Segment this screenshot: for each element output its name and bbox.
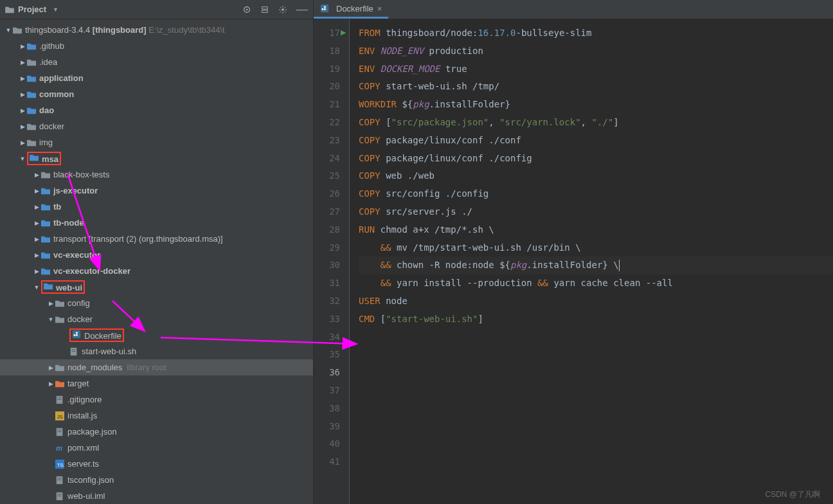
tree-item-tb[interactable]: ▶ tb <box>0 199 313 215</box>
expand-icon[interactable]: ▶ <box>18 107 27 114</box>
tree-item--idea[interactable]: ▶ .idea <box>0 54 313 70</box>
code-line-29: COPY package/linux/conf ./config <box>359 150 833 168</box>
code-line-32: COPY src/server.js ./ <box>359 203 833 221</box>
svg-rect-4 <box>74 334 76 336</box>
svg-rect-23 <box>58 480 62 480</box>
tree-item-vc-executor-docker[interactable]: ▶ vc-executor-docker <box>0 263 313 279</box>
tree-item-web-ui-iml[interactable]: web-ui.iml <box>0 488 313 504</box>
run-gutter-icon[interactable]: ▶ <box>341 28 346 37</box>
code-area[interactable]: FROM thingsboard/node:16.17.0-bullseye-s… <box>350 19 833 504</box>
line-number: 19 <box>314 60 340 78</box>
expand-icon[interactable]: ▼ <box>32 284 41 291</box>
svg-rect-5 <box>76 334 78 336</box>
expand-icon[interactable]: ▶ <box>18 123 27 130</box>
line-number: 21 <box>314 96 340 114</box>
svg-rect-28 <box>322 8 324 10</box>
expand-icon[interactable]: ▼ <box>18 156 27 162</box>
expand-icon[interactable]: ▶ <box>32 252 41 258</box>
expand-icon[interactable]: ▶ <box>32 204 41 210</box>
tree-item-start-web-ui-sh[interactable]: start-web-ui.sh <box>0 343 313 359</box>
tree-item-web-ui[interactable]: ▼ web-ui <box>0 279 313 295</box>
code-line-22: COPY start-web-ui.sh /tmp/ <box>359 78 833 96</box>
line-number: 39 <box>314 418 340 436</box>
hide-icon[interactable]: — <box>296 3 308 16</box>
tree-item-pom-xml[interactable]: mpom.xml <box>0 440 313 456</box>
tree-item-transport[interactable]: ▶ transport [transport (2) (org.thingsbo… <box>0 231 313 247</box>
expand-icon[interactable]: ▶ <box>32 268 41 274</box>
tree-item-js-executor[interactable]: ▶ js-executor <box>0 183 313 199</box>
line-number: 27 <box>314 203 340 221</box>
svg-text:JS: JS <box>57 413 63 419</box>
code-line-19: ENV NODE_ENV production <box>359 42 833 60</box>
tree-item-docker[interactable]: ▶ docker <box>0 118 313 134</box>
project-label[interactable]: Project ▼ <box>5 4 58 14</box>
line-number: 34 <box>314 328 340 346</box>
tree-item-common[interactable]: ▶ common <box>0 86 313 102</box>
tree-item--github[interactable]: ▶ .github <box>0 38 313 54</box>
gear-icon[interactable] <box>278 5 287 14</box>
expand-icon[interactable]: ▶ <box>32 172 41 178</box>
svg-rect-6 <box>76 332 78 334</box>
tree-item-tb-node[interactable]: ▶ tb-node <box>0 215 313 231</box>
line-number: 29 <box>314 239 340 257</box>
expand-icon[interactable]: ▶ <box>18 43 27 50</box>
expand-icon[interactable]: ▶ <box>18 91 27 98</box>
project-header: Project ▼ — <box>0 0 313 19</box>
tree-item-node-modules[interactable]: ▶ node_modules library root <box>0 359 313 375</box>
locate-icon[interactable] <box>242 5 251 14</box>
expand-icon[interactable]: ▶ <box>18 75 27 82</box>
expand-icon[interactable]: ▶ <box>18 59 27 66</box>
expand-icon[interactable]: ▶ <box>32 188 41 194</box>
expand-icon[interactable]: ▶ <box>32 220 41 226</box>
tree-item-dockerfile[interactable]: Dockerfile <box>0 327 313 343</box>
expand-icon[interactable]: ▶ <box>18 140 27 146</box>
tree-item-img[interactable]: ▶ img <box>0 134 313 150</box>
docker-icon <box>320 4 329 13</box>
close-icon[interactable]: × <box>377 4 382 14</box>
svg-rect-26 <box>58 496 62 496</box>
code-line-24: WORKDIR ${pkg.installFolder} <box>359 96 833 114</box>
code-line-28: COPY package/linux/conf ./conf <box>359 132 833 150</box>
collapse-icon[interactable] <box>260 5 269 14</box>
tree-item-msa[interactable]: ▼ msa <box>0 150 313 166</box>
line-number: 22 <box>314 114 340 132</box>
line-number: 26 <box>314 185 340 203</box>
line-number: 33 <box>314 310 340 328</box>
svg-rect-8 <box>72 349 76 350</box>
tree-item-black-box-tests[interactable]: ▶ black-box-tests <box>0 166 313 183</box>
line-number: 41 <box>314 453 340 471</box>
tree-item--gitignore[interactable]: .gitignore <box>0 392 313 408</box>
code-line-37: && yarn install --production && yarn cac… <box>359 274 833 292</box>
editor-body[interactable]: 1718192021222324252627282930313233343536… <box>314 19 833 504</box>
gutter: 1718192021222324252627282930313233343536… <box>314 19 350 504</box>
tree-item-package-json[interactable]: package.json <box>0 424 313 440</box>
svg-rect-12 <box>58 399 62 400</box>
tab-dockerfile[interactable]: Dockerfile × <box>314 0 388 19</box>
tree-item-target[interactable]: ▶ target <box>0 375 313 392</box>
expand-icon[interactable]: ▶ <box>46 381 55 387</box>
tree-item-application[interactable]: ▶ application <box>0 70 313 86</box>
line-number: 35 <box>314 346 340 364</box>
tree-item-docker[interactable]: ▼ docker <box>0 311 313 327</box>
tree-item-config[interactable]: ▶ config <box>0 295 313 311</box>
tree-item-server-ts[interactable]: TSserver.ts <box>0 456 313 472</box>
expand-icon[interactable]: ▶ <box>46 364 55 371</box>
chevron-down-icon: ▼ <box>53 6 58 13</box>
svg-text:m: m <box>56 444 62 452</box>
code-line-20: ENV DOCKER_MODE true <box>359 60 833 78</box>
expand-icon[interactable]: ▶ <box>32 236 41 242</box>
svg-text:TS: TS <box>57 462 64 467</box>
editor-tabs: Dockerfile × <box>314 0 833 19</box>
tree-item-dao[interactable]: ▶ dao <box>0 102 313 118</box>
expand-icon[interactable]: ▼ <box>46 316 55 323</box>
svg-rect-30 <box>324 6 326 8</box>
expand-icon[interactable]: ▶ <box>46 300 55 307</box>
svg-rect-22 <box>58 478 62 478</box>
project-tree[interactable]: ▼ thingsboard-3.4.4 [thingsboard] E:\z_s… <box>0 19 313 504</box>
tree-item-install-js[interactable]: JSinstall.js <box>0 408 313 424</box>
tree-item-vc-executor[interactable]: ▶ vc-executor <box>0 247 313 263</box>
tree-item-tsconfig-json[interactable]: tsconfig.json <box>0 472 313 488</box>
code-line-36: && chown -R node:node ${pkg.installFolde… <box>359 256 833 274</box>
tree-root[interactable]: ▼ thingsboard-3.4.4 [thingsboard] E:\z_s… <box>0 22 313 38</box>
line-number: 30 <box>314 256 340 274</box>
